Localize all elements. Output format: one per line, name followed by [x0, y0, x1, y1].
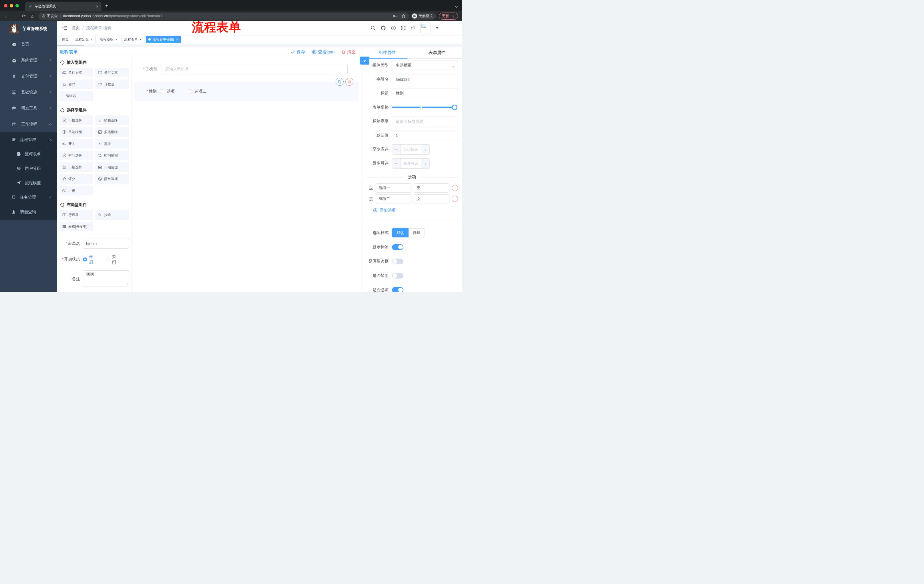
delete-field-button[interactable] [345, 78, 353, 86]
tag-close-icon[interactable]: ✕ [91, 38, 93, 41]
palette-item-date-range[interactable]: 日期范围 [95, 162, 129, 172]
save-button[interactable]: 保存 [291, 49, 305, 55]
sidebar-item-home[interactable]: 首页 [0, 36, 57, 52]
palette-item-radio-group[interactable]: 单选框组 [59, 127, 93, 137]
zoom-window-button[interactable] [15, 4, 19, 7]
sidebar-item-process-form[interactable]: 流程表单 [0, 147, 57, 161]
view-json-button[interactable]: 查看json [312, 49, 335, 55]
duplicate-field-button[interactable] [336, 78, 344, 86]
forward-button[interactable]: → [11, 14, 20, 18]
breadcrumb-home[interactable]: 首页 [72, 25, 80, 31]
sidebar-item-payment[interactable]: ¥ 支付管理 [0, 68, 57, 84]
fullscreen-icon[interactable] [401, 25, 406, 31]
tab-form-props[interactable]: 表单属性 [412, 47, 462, 58]
tag-close-icon[interactable]: ✕ [176, 38, 178, 41]
palette-item-select[interactable]: 下拉选择 [59, 115, 93, 125]
sidebar-item-leave-query[interactable]: 请假查询 [0, 205, 57, 220]
style-default-button[interactable]: 默认 [392, 228, 409, 237]
palette-item-editor[interactable]: 编辑器 [59, 91, 93, 101]
phone-field[interactable]: *手机号 [135, 64, 348, 74]
minimize-window-button[interactable] [10, 4, 13, 7]
font-size-icon[interactable]: TT [411, 25, 416, 30]
tab-close-icon[interactable]: ✕ [96, 5, 99, 8]
label-width-input[interactable] [392, 117, 458, 126]
option-2-value-input[interactable] [414, 194, 449, 204]
avatar-caret-icon[interactable] [436, 27, 439, 29]
sidebar-item-process-model[interactable]: 流程模型 [0, 176, 57, 190]
sidebar-item-devtools[interactable]: 研发工具 [0, 100, 57, 116]
tag-process-form[interactable]: 流程表单✕ [122, 36, 144, 43]
chrome-update-button[interactable]: 更新 ⋮ [439, 13, 458, 20]
tag-process-form-edit[interactable]: 流程表单-编辑✕ [146, 36, 181, 43]
tab-component-props[interactable]: 组件属性 [362, 47, 412, 58]
stepper-increase-button[interactable]: + [421, 145, 429, 154]
sidebar-logo[interactable]: 芋道管理系统 [0, 21, 57, 36]
sidebar-item-process-mgmt[interactable]: 流程管理 [0, 132, 57, 147]
horizontal-scrollbar-thumb[interactable] [57, 45, 84, 46]
sidebar-item-user-group[interactable]: 用户分组 [0, 161, 57, 176]
palette-item-time-range[interactable]: 时间范围 [95, 151, 129, 160]
clear-button[interactable]: 清空 [342, 49, 356, 55]
required-toggle[interactable] [392, 287, 403, 292]
stepper-value[interactable]: 最多可选 [401, 159, 421, 168]
show-label-toggle[interactable] [392, 244, 403, 250]
border-toggle[interactable] [392, 258, 403, 264]
title-input[interactable] [392, 89, 458, 98]
component-type-select[interactable] [392, 61, 458, 70]
address-bar[interactable]: 不安全 | dashboard.yudao.iocoder.cn/bpm/man… [38, 13, 409, 20]
tag-home[interactable]: 首页 [59, 36, 71, 43]
sidebar-item-infra[interactable]: 基础设施 [0, 84, 57, 100]
bookmark-star-icon[interactable] [401, 14, 406, 18]
palette-item-slider[interactable]: 滑块 [95, 139, 129, 148]
help-icon[interactable]: ? [391, 25, 396, 31]
stepper-increase-button[interactable]: + [421, 159, 429, 168]
option-1-label-input[interactable] [376, 183, 411, 192]
tag-process-model[interactable]: 流程模型✕ [97, 36, 120, 43]
back-button[interactable]: ← [2, 14, 11, 18]
close-window-button[interactable] [4, 4, 7, 7]
palette-item-upload[interactable]: 上传 [59, 186, 93, 196]
gender-field-selected[interactable]: *性别 选项一 选项二 [134, 82, 358, 101]
link-tag[interactable] [360, 57, 370, 64]
resize-handle-icon[interactable] [126, 281, 128, 286]
palette-item-cascader[interactable]: 级联选择 [95, 115, 129, 125]
search-icon[interactable] [371, 25, 376, 31]
stepper-value[interactable]: 至少应选 [401, 145, 421, 154]
browser-menu-kebab-icon[interactable]: ⋮ [451, 14, 455, 18]
stepper-decrease-button[interactable]: − [392, 145, 401, 154]
style-button-button[interactable]: 按钮 [409, 228, 425, 237]
phone-input[interactable] [161, 64, 348, 74]
slider-handle[interactable] [452, 105, 457, 110]
palette-item-time-picker[interactable]: 时间选择 [59, 151, 93, 160]
component-type-value[interactable] [392, 61, 458, 70]
option-2-label-input[interactable] [376, 194, 411, 204]
home-button[interactable]: ⌂ [28, 14, 36, 18]
option-1-value-input[interactable] [414, 183, 449, 192]
remove-option-button[interactable]: − [452, 185, 458, 191]
avatar[interactable] [420, 23, 431, 33]
palette-item-button[interactable]: 按钮 [95, 210, 129, 220]
disabled-toggle[interactable] [392, 273, 403, 278]
sidebar-item-task-mgmt[interactable]: 任务管理 [0, 190, 57, 205]
password-key-icon[interactable] [393, 14, 397, 18]
palette-item-table[interactable]: 表格[开发中] [59, 222, 93, 232]
browser-tab[interactable]: 芋道管理系统 ✕ [25, 2, 101, 11]
field-name-input[interactable] [392, 74, 458, 84]
sidebar-item-system[interactable]: 系统管理 [0, 52, 57, 68]
remark-textarea[interactable]: 嘿嘿 [83, 270, 129, 287]
sidebar-toggle-icon[interactable] [62, 25, 67, 30]
tag-close-icon[interactable]: ✕ [115, 38, 117, 41]
palette-item-row-container[interactable]: 行容器 [59, 210, 93, 220]
palette-item-multi-line-text[interactable]: 多行文本 [95, 68, 129, 77]
gender-option-1-checkbox[interactable]: 选项一 [160, 89, 179, 94]
tag-process-definition[interactable]: 流程定义✕ [73, 36, 96, 43]
palette-item-date-picker[interactable]: 日期选择 [59, 162, 93, 172]
stepper-decrease-button[interactable]: − [392, 159, 401, 168]
reload-button[interactable]: ⟳ [20, 13, 28, 18]
form-grid-slider[interactable] [392, 107, 455, 108]
tag-close-icon[interactable]: ✕ [140, 38, 142, 41]
sidebar-item-workflow[interactable]: 工作流程 [0, 116, 57, 132]
security-label[interactable]: 不安全 [47, 14, 58, 18]
status-on-radio[interactable]: 开启 [83, 254, 95, 265]
palette-item-switch[interactable]: 开关 [59, 139, 93, 148]
